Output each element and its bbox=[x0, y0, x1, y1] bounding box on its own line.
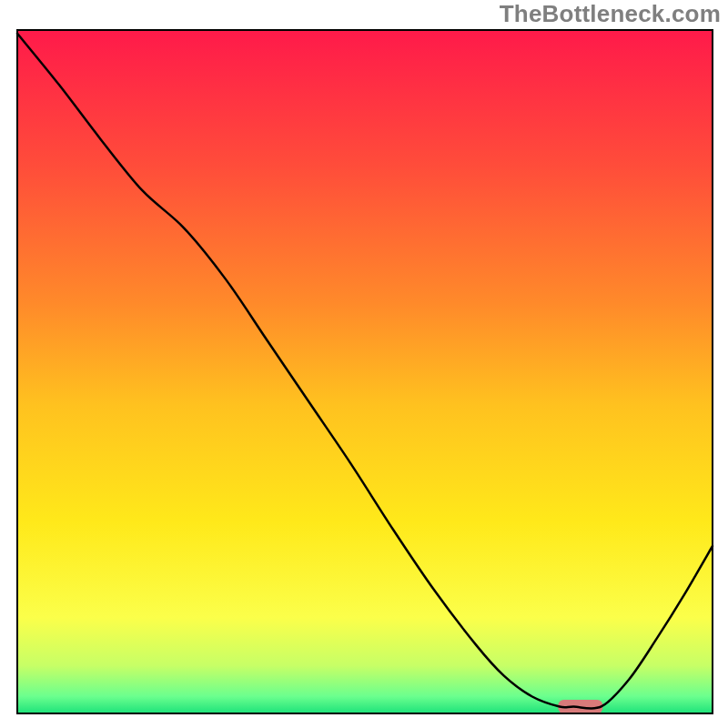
chart-svg bbox=[0, 0, 728, 728]
watermark-text: TheBottleneck.com bbox=[500, 0, 721, 28]
gradient-background bbox=[17, 30, 713, 713]
bottleneck-chart: TheBottleneck.com bbox=[0, 0, 728, 728]
